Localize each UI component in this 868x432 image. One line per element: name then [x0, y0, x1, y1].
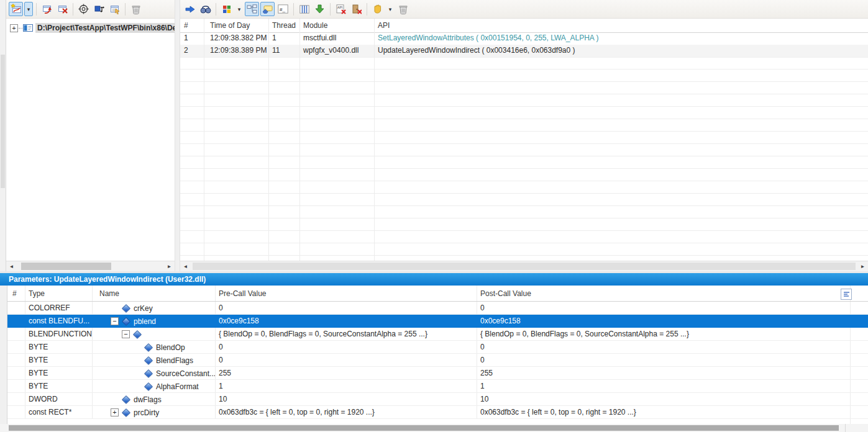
find-window-button[interactable] [76, 2, 91, 16]
calls-hscrollbar[interactable] [180, 261, 868, 271]
column-header-thread[interactable]: Thread [268, 19, 299, 32]
cell-type: DWORD [25, 393, 92, 406]
cell-precall: 0 [215, 341, 477, 354]
clear-calls-button[interactable] [396, 2, 410, 16]
hex-view-button[interactable]: #_ [276, 2, 290, 16]
column-header-name[interactable]: Name [92, 286, 215, 302]
process-tree-item[interactable]: D:\Project\TestApp\TestWPF\bin\x86\Debu [10, 23, 175, 33]
parameter-row[interactable]: BYTE AlphaFormat 1 1 [7, 380, 868, 393]
hex-view-icon: #_ [278, 4, 288, 14]
parameter-row[interactable]: BYTE BlendOp 0 0 [7, 341, 868, 354]
delete-monitor-button[interactable] [129, 2, 143, 16]
scroll-left-icon[interactable] [180, 262, 191, 271]
column-header-precall[interactable]: Pre-Call Value [215, 286, 477, 302]
left-edge-scrollbar-thumb[interactable] [1, 55, 5, 188]
api-monitor-window: D:\Project\TestApp\TestWPF\bin\x86\Debu [0, 0, 868, 432]
parameter-row[interactable]: BYTE BlendFlags 0 0 [7, 354, 868, 367]
hscroll-thumb[interactable] [21, 263, 111, 270]
toolbar-separator [330, 3, 331, 16]
legend-button[interactable] [219, 2, 234, 16]
parameter-row[interactable]: DWORD dwFlags 10 10 [7, 393, 868, 406]
monitored-processes-panel: D:\Project\TestApp\TestWPF\bin\x86\Debu [6, 0, 175, 271]
expand-plus-icon[interactable] [111, 408, 119, 416]
capture-button[interactable] [313, 2, 327, 16]
hscroll-thumb[interactable] [9, 425, 839, 431]
monitor-properties-button[interactable] [107, 2, 122, 16]
hscroll-thumb[interactable] [193, 263, 856, 270]
parameter-row-selected[interactable]: const BLENDFU... pblend 0x0ce9c158 0x0ce… [7, 315, 868, 328]
expand-minus-icon[interactable] [122, 330, 130, 338]
calls-toolbar: #_ API [180, 0, 868, 19]
comments-button[interactable] [260, 2, 275, 16]
legend-squares-icon [222, 5, 231, 14]
processes-toolbar [6, 0, 175, 19]
cell-name: prcDirty [92, 406, 215, 419]
monitor-properties-icon [109, 4, 121, 14]
parameter-icon [144, 356, 153, 364]
attach-process-button[interactable] [40, 2, 54, 16]
column-header-postcall[interactable]: Post-Call Value [477, 286, 836, 302]
parameters-hscrollbar[interactable] [0, 424, 868, 432]
break-dropdown-icon[interactable] [386, 2, 395, 16]
legend-dropdown-icon[interactable] [235, 2, 244, 16]
hide-api-errors-button[interactable]: API [334, 2, 348, 16]
api-error-icon: API [336, 4, 346, 14]
parameter-row[interactable]: COLORREF crKey 0 0 [7, 302, 868, 315]
goto-button[interactable] [183, 2, 197, 16]
hide-exit-button[interactable] [349, 2, 363, 16]
panel-splitter[interactable] [175, 0, 180, 271]
parameter-icon [133, 330, 142, 338]
toolbar-separator [73, 3, 73, 16]
cell-postcall: 0 [477, 341, 836, 354]
expand-minus-icon[interactable] [111, 317, 119, 325]
column-header-api[interactable]: API [374, 19, 868, 32]
monitor-new-process-button[interactable] [9, 2, 23, 16]
column-header-time[interactable]: Time of Day [204, 19, 268, 32]
cell-type: BYTE [25, 380, 92, 393]
attach-process-icon [42, 4, 53, 14]
column-header-num[interactable]: # [7, 286, 25, 302]
select-columns-button[interactable] [297, 2, 311, 16]
column-divider [204, 19, 204, 261]
column-divider [268, 19, 269, 261]
scroll-left-icon[interactable] [6, 262, 17, 271]
process-tree-hscrollbar[interactable] [6, 261, 175, 271]
parameter-icon [122, 304, 130, 312]
cell-name: AlphaFormat [92, 380, 215, 393]
parameter-row[interactable]: BLENDFUNCTION { BlendOp = 0, BlendFlags … [7, 328, 868, 341]
scroll-right-icon[interactable] [164, 262, 175, 271]
expand-plus-icon[interactable] [10, 24, 18, 32]
column-header-num[interactable]: # [180, 19, 204, 32]
call-row[interactable]: 1 12:09:38.382 PM 1 msctfui.dll SetLayer… [180, 32, 868, 45]
parameter-name: BlendOp [156, 341, 185, 354]
parameter-row[interactable]: BYTE SourceConstant... 255 255 [7, 367, 868, 380]
cell-postcall: 10 [477, 393, 836, 406]
process-view-button[interactable] [92, 2, 106, 16]
stop-monitoring-button[interactable] [55, 2, 70, 16]
monitored-calls-panel: #_ API [180, 0, 868, 271]
monitor-new-dropdown-icon[interactable] [24, 2, 33, 16]
call-row[interactable]: 2 12:09:38.389 PM 11 wpfgfx_v0400.dll Up… [180, 45, 868, 58]
field-chooser-button[interactable] [841, 289, 852, 300]
parameter-row[interactable]: const RECT* prcDirty 0x063dfb3c = { left… [7, 406, 868, 419]
column-header-type[interactable]: Type [25, 286, 92, 302]
call-tree-button[interactable] [245, 2, 259, 16]
cell-time: 12:09:38.382 PM [204, 32, 268, 45]
break-on-call-button[interactable] [370, 2, 385, 16]
cell-postcall: 0x0ce9c158 [477, 315, 836, 328]
toolbar-separator [216, 3, 216, 16]
cell-name: crKey [92, 302, 215, 315]
trash-icon [399, 4, 408, 14]
parameter-icon [122, 317, 130, 325]
column-header-module[interactable]: Module [299, 19, 374, 32]
cell-type: BYTE [25, 341, 92, 354]
parameter-icon [122, 395, 130, 403]
scroll-right-icon[interactable] [857, 262, 868, 271]
parameter-name: pblend [134, 315, 156, 328]
parameters-left-strip [0, 286, 7, 424]
cell-precall: 10 [215, 393, 477, 406]
left-edge-scrollbar[interactable] [0, 0, 6, 271]
find-button[interactable] [198, 2, 212, 16]
cell-num [7, 406, 25, 419]
toolbar-separator [367, 3, 367, 16]
